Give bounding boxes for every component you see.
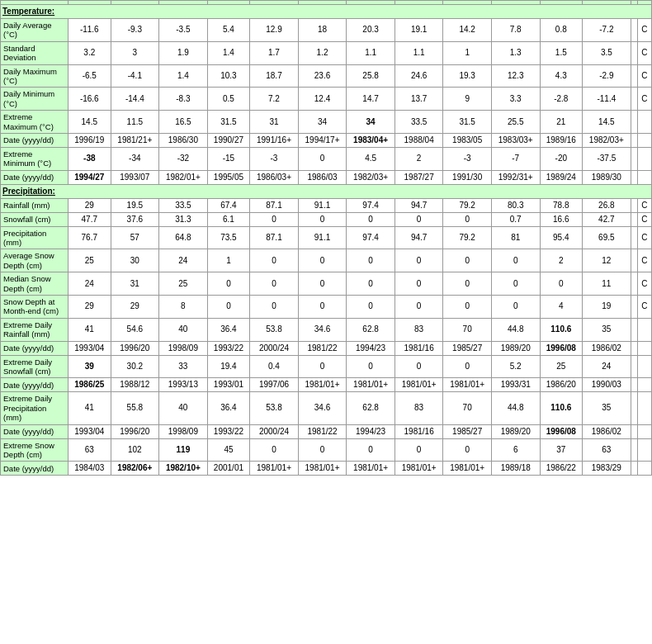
data-cell: 1985/27: [443, 341, 492, 355]
table-row: Snow Depth at Month-end (cm)292980000000…: [1, 296, 652, 319]
row-label: Date (yyyy/dd): [1, 424, 69, 438]
table-row: Snowfall (cm)47.737.631.36.1000000.716.6…: [1, 212, 652, 226]
data-cell: 2000/24: [250, 341, 299, 355]
data-cell: 0: [347, 438, 395, 462]
data-cell: 1994/23: [347, 341, 395, 355]
data-cell: 1989/24: [540, 170, 583, 184]
data-cell: 4.3: [540, 64, 583, 88]
data-cell: [637, 438, 651, 462]
data-cell: 41: [69, 392, 111, 424]
data-cell: 44.8: [491, 318, 540, 341]
data-cell: 29: [69, 296, 111, 319]
data-cell: [637, 355, 651, 378]
data-cell: 1.9: [159, 41, 208, 64]
data-cell: 19.4: [207, 355, 250, 378]
table-row: Date (yyyy/dd)1994/271993/071982/01+1995…: [1, 170, 652, 184]
data-cell: 7.8: [491, 19, 540, 42]
data-cell: 1994/17+: [298, 133, 347, 147]
data-cell: 0.8: [540, 19, 583, 42]
data-cell: [631, 19, 637, 42]
table-row: Date (yyyy/dd)1993/041996/201998/091993/…: [1, 341, 652, 355]
row-label: Snow Depth at Month-end (cm): [1, 296, 69, 319]
data-cell: 0: [491, 296, 540, 319]
data-cell: [637, 111, 651, 134]
data-cell: 14.7: [347, 88, 395, 111]
data-cell: 1981/01+: [298, 462, 347, 476]
data-cell: 24.6: [395, 64, 443, 88]
section-title-1: Precipitation:: [1, 184, 652, 198]
data-cell: -9.3: [111, 19, 159, 42]
section-header-0: Temperature:: [1, 5, 652, 19]
data-cell: 3.2: [69, 41, 111, 64]
data-cell: 1: [443, 41, 492, 64]
data-cell: 37.6: [111, 212, 159, 226]
data-cell: 87.1: [250, 226, 299, 249]
data-cell: [631, 133, 637, 147]
data-cell: -2.8: [540, 88, 583, 111]
data-cell: 0: [443, 355, 492, 378]
data-cell: 31: [250, 111, 299, 134]
data-cell: 69.5: [583, 226, 631, 249]
data-cell: 63: [583, 438, 631, 462]
data-cell: 1986/03+: [250, 170, 299, 184]
data-cell: 1.1: [395, 41, 443, 64]
row-label: Median Snow Depth (cm): [1, 272, 69, 296]
data-cell: 1989/30: [583, 170, 631, 184]
data-cell: 0.4: [250, 355, 299, 378]
data-cell: 16.6: [540, 212, 583, 226]
data-cell: 23.6: [298, 64, 347, 88]
data-cell: -7.2: [583, 19, 631, 42]
data-cell: C: [637, 296, 651, 319]
data-cell: -14.4: [111, 88, 159, 111]
data-cell: 70: [443, 392, 492, 424]
data-cell: -3.5: [159, 19, 208, 42]
data-cell: 1.1: [347, 41, 395, 64]
data-cell: 19.3: [443, 64, 492, 88]
data-cell: 1993/22: [207, 341, 250, 355]
data-cell: 1984/03: [69, 462, 111, 476]
data-cell: 73.5: [207, 226, 250, 249]
row-label: Standard Deviation: [1, 41, 69, 64]
data-cell: 18.7: [250, 64, 299, 88]
data-cell: [631, 462, 637, 476]
data-cell: 0: [347, 272, 395, 296]
data-cell: 1981/16: [395, 424, 443, 438]
data-cell: 34: [347, 111, 395, 134]
data-cell: [631, 198, 637, 212]
table-row: Extreme Daily Rainfall (mm)4154.64036.45…: [1, 318, 652, 341]
data-cell: 0: [395, 272, 443, 296]
data-cell: 12.4: [298, 88, 347, 111]
data-cell: 1.2: [298, 41, 347, 64]
data-cell: 2: [540, 249, 583, 272]
data-cell: 1981/21+: [111, 133, 159, 147]
data-cell: [631, 438, 637, 462]
data-cell: 0: [250, 438, 299, 462]
data-cell: 0: [298, 355, 347, 378]
table-row: Extreme Minimum (°C)-38-34-32-15-304.52-…: [1, 147, 652, 170]
data-cell: 1996/20: [111, 424, 159, 438]
data-cell: 1989/20: [491, 424, 540, 438]
data-cell: 0: [443, 212, 492, 226]
data-cell: 0: [298, 438, 347, 462]
data-cell: 24: [69, 272, 111, 296]
table-row: Extreme Daily Precipitation (mm)4155.840…: [1, 392, 652, 424]
data-cell: 1988/12: [111, 378, 159, 392]
data-cell: C: [637, 19, 651, 42]
table-row: Precipitation (mm)76.75764.873.587.191.1…: [1, 226, 652, 249]
data-cell: 47.7: [69, 212, 111, 226]
table-row: Extreme Snow Depth (cm)63102119450000063…: [1, 438, 652, 462]
data-cell: 0: [250, 249, 299, 272]
data-cell: C: [637, 212, 651, 226]
data-cell: 25: [69, 249, 111, 272]
data-cell: [637, 378, 651, 392]
row-label: Daily Maximum (°C): [1, 64, 69, 88]
data-cell: 37: [540, 438, 583, 462]
table-row: Date (yyyy/dd)1996/191981/21+1986/301990…: [1, 133, 652, 147]
data-cell: 1996/08: [540, 424, 583, 438]
data-cell: 0: [250, 212, 299, 226]
data-cell: 19.5: [111, 198, 159, 212]
data-cell: 2: [395, 147, 443, 170]
data-cell: [637, 147, 651, 170]
row-label: Extreme Snow Depth (cm): [1, 438, 69, 462]
data-cell: 25: [540, 355, 583, 378]
